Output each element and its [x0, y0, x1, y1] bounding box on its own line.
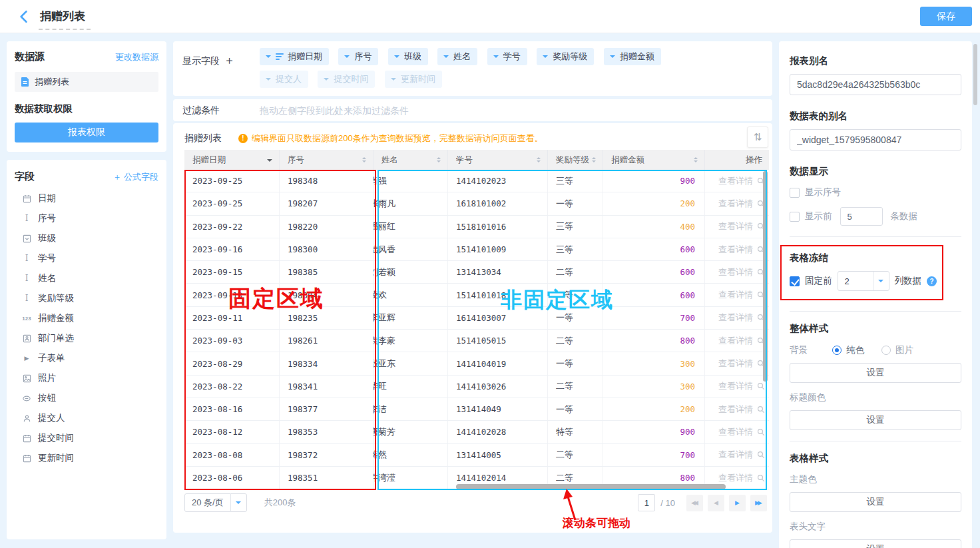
- sort-icon[interactable]: [592, 155, 596, 164]
- chevron-down-icon[interactable]: [230, 493, 246, 512]
- image-radio[interactable]: [881, 346, 891, 355]
- show-serial-checkbox[interactable]: [790, 188, 800, 198]
- chevron-down-icon[interactable]: [443, 55, 449, 61]
- magnifier-icon[interactable]: [757, 428, 765, 436]
- title-color-set-button[interactable]: 设置: [790, 410, 961, 430]
- view-detail-link[interactable]: 查看详情: [718, 335, 753, 347]
- report-alias-input[interactable]: [790, 74, 961, 95]
- chevron-down-icon[interactable]: [266, 55, 271, 61]
- field-list-item[interactable]: ▶ 子表单: [15, 348, 158, 368]
- chevron-down-icon[interactable]: [324, 78, 329, 83]
- change-datasource-link[interactable]: 更改数据源: [115, 51, 158, 63]
- sort-icon[interactable]: [362, 155, 366, 164]
- field-list-item[interactable]: I 姓名: [15, 268, 158, 288]
- table-sort-button[interactable]: ⇅: [747, 127, 768, 148]
- chevron-down-icon[interactable]: [873, 272, 889, 290]
- chevron-down-icon[interactable]: [493, 55, 499, 61]
- chevron-down-icon[interactable]: [266, 78, 271, 83]
- vertical-scrollbar[interactable]: [763, 171, 768, 382]
- field-list-item[interactable]: 班级: [15, 228, 158, 248]
- background-set-button[interactable]: 设置: [790, 363, 961, 383]
- display-field-chip[interactable]: 班级: [388, 48, 428, 65]
- view-detail-link[interactable]: 查看详情: [718, 449, 753, 461]
- table-column-header[interactable]: 序号: [280, 150, 373, 170]
- field-list-item[interactable]: I 奖励等级: [15, 288, 158, 308]
- field-list-item[interactable]: 照片: [15, 368, 158, 388]
- theme-color-set-button[interactable]: 设置: [790, 492, 961, 512]
- table-column-header[interactable]: 奖励等级: [548, 150, 603, 170]
- sort-icon[interactable]: [437, 155, 441, 164]
- view-detail-link[interactable]: 查看详情: [718, 175, 753, 187]
- table-column-header[interactable]: 捐赠日期: [184, 150, 280, 170]
- field-list-item[interactable]: 提交时间: [15, 428, 158, 448]
- display-field-chip-inactive[interactable]: 提交时间: [318, 71, 375, 88]
- prev-page-button[interactable]: ◀: [708, 495, 724, 511]
- view-detail-link[interactable]: 查看详情: [718, 426, 753, 438]
- view-detail-link[interactable]: 查看详情: [718, 244, 753, 256]
- view-detail-link[interactable]: 查看详情: [718, 358, 753, 370]
- magnifier-icon[interactable]: [757, 406, 765, 413]
- magnifier-icon[interactable]: [757, 474, 765, 482]
- sort-icon[interactable]: [537, 155, 541, 164]
- display-field-chip[interactable]: 学号: [487, 48, 527, 65]
- view-detail-link[interactable]: 查看详情: [718, 266, 753, 278]
- chevron-down-icon[interactable]: [543, 55, 548, 61]
- field-list-item[interactable]: 部门单选: [15, 328, 158, 348]
- field-list-item[interactable]: 日期: [15, 188, 158, 208]
- table-column-header[interactable]: 操作: [705, 150, 769, 170]
- report-permission-button[interactable]: 报表权限: [15, 123, 158, 142]
- display-field-chip[interactable]: 奖励等级: [537, 48, 594, 65]
- chevron-down-icon[interactable]: [344, 55, 350, 61]
- freeze-count-select[interactable]: 2: [838, 271, 889, 291]
- datasource-item[interactable]: 捐赠列表: [15, 72, 158, 92]
- display-field-chip[interactable]: 捐赠日期: [260, 48, 329, 65]
- view-detail-link[interactable]: 查看详情: [718, 198, 753, 210]
- table-column-header[interactable]: 姓名: [373, 150, 448, 170]
- display-field-chip-inactive[interactable]: 提交人: [260, 71, 308, 88]
- table-column-header[interactable]: 捐赠金额: [603, 150, 705, 170]
- table-column-header[interactable]: 学号: [448, 150, 548, 170]
- table-alias-input[interactable]: [790, 129, 961, 150]
- sort-icon[interactable]: [694, 155, 698, 164]
- last-page-button[interactable]: ▶▶: [750, 495, 767, 511]
- show-first-count-input[interactable]: [840, 207, 883, 226]
- solid-color-radio[interactable]: [832, 346, 842, 355]
- chevron-down-icon[interactable]: [391, 78, 396, 83]
- field-list-item[interactable]: I 序号: [15, 208, 158, 228]
- sort-icon[interactable]: [267, 159, 272, 164]
- show-first-checkbox[interactable]: [790, 212, 800, 222]
- field-list-item[interactable]: 更新时间: [15, 448, 158, 468]
- save-button[interactable]: 保存: [920, 7, 972, 26]
- first-page-button[interactable]: ◀◀: [686, 495, 703, 511]
- view-detail-link[interactable]: 查看详情: [718, 472, 753, 484]
- view-detail-link[interactable]: 查看详情: [718, 380, 753, 392]
- field-list-item[interactable]: 按钮: [15, 388, 158, 408]
- header-text-set-button[interactable]: 设置: [790, 539, 961, 548]
- view-detail-link[interactable]: 查看详情: [718, 404, 753, 415]
- chevron-down-icon[interactable]: [610, 55, 615, 61]
- view-detail-link[interactable]: 查看详情: [718, 289, 753, 301]
- add-field-icon[interactable]: ＋: [224, 54, 235, 67]
- view-detail-link[interactable]: 查看详情: [718, 312, 753, 324]
- freeze-checkbox[interactable]: [790, 276, 800, 286]
- magnifier-icon[interactable]: [757, 451, 765, 459]
- filter-dropzone[interactable]: 拖动左侧字段到此处来添加过滤条件: [260, 105, 409, 117]
- display-field-chip[interactable]: 捐赠金额: [604, 48, 661, 65]
- horizontal-scrollbar[interactable]: [456, 484, 726, 489]
- add-formula-field-link[interactable]: ＋ 公式字段: [113, 171, 158, 183]
- magnifier-icon[interactable]: [757, 382, 765, 390]
- right-panel-scrollbar[interactable]: [973, 44, 977, 105]
- display-field-chip[interactable]: 姓名: [437, 48, 477, 65]
- display-field-chip[interactable]: 序号: [338, 48, 378, 65]
- field-list-item[interactable]: 123 捐赠金额: [15, 308, 158, 328]
- chevron-down-icon[interactable]: [394, 55, 399, 61]
- page-number-input[interactable]: [638, 494, 655, 511]
- next-page-button[interactable]: ▶: [729, 495, 746, 511]
- field-list-item[interactable]: I 学号: [15, 248, 158, 268]
- field-list-item[interactable]: 提交人: [15, 408, 158, 428]
- display-field-chip-inactive[interactable]: 更新时间: [385, 71, 442, 88]
- back-icon[interactable]: [17, 10, 31, 23]
- view-detail-link[interactable]: 查看详情: [718, 220, 753, 232]
- page-size-select[interactable]: 20 条/页: [184, 493, 247, 512]
- help-icon[interactable]: ?: [927, 276, 937, 286]
